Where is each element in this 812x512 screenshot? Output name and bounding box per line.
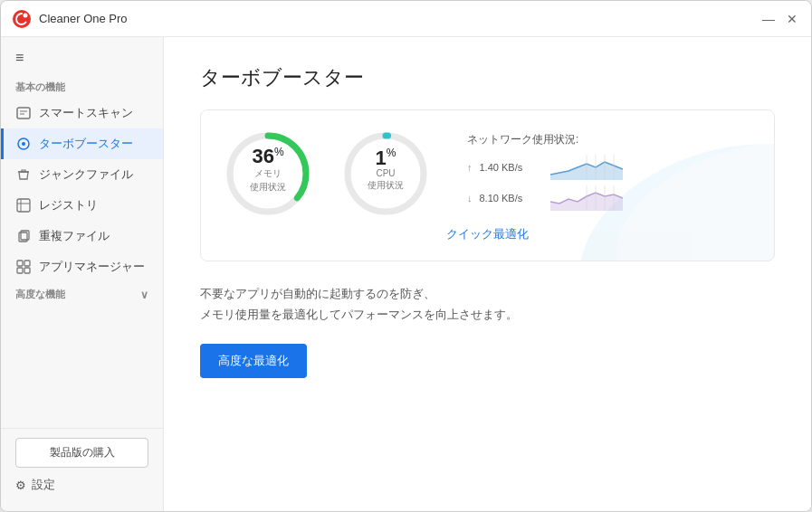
sidebar-item-duplicate-files[interactable]: 重複ファイル (1, 221, 163, 251)
smart-scan-icon (15, 105, 32, 121)
page-title: ターボブースター (200, 64, 775, 91)
cpu-gauge: 1% CPU 使用状況 (340, 128, 431, 219)
app-title: Cleaner One Pro (39, 12, 760, 25)
window-controls: — ✕ (760, 11, 800, 27)
sidebar: ≡ 基本の機能 スマートスキャン ターボブースター ジャンクファイル (1, 37, 164, 511)
memory-percent-value: 36% (250, 147, 286, 166)
svg-rect-16 (24, 268, 30, 273)
svg-rect-15 (17, 268, 23, 273)
main-panel: ターボブースター (164, 37, 811, 511)
settings-label: 設定 (32, 477, 55, 493)
description-text: 不要なアプリが自動的に起動するのを防ぎ、 メモリ使用量を最適化してパフォーマンス… (200, 283, 775, 326)
svg-point-1 (24, 13, 28, 17)
memory-label-line1: メモリ (250, 167, 286, 180)
sidebar-item-registry[interactable]: レジストリ (1, 190, 163, 221)
svg-point-6 (22, 142, 25, 146)
app-manager-icon (15, 259, 32, 275)
stats-row: 36% メモリ 使用状況 (223, 128, 752, 219)
chevron-down-icon: ∨ (140, 289, 148, 301)
settings-icon: ⚙ (15, 479, 26, 492)
upload-row: ↑ 1.40 KB/s (467, 155, 623, 180)
download-arrow: ↓ (467, 193, 473, 204)
sidebar-item-junk-files[interactable]: ジャンクファイル (1, 159, 163, 190)
junk-files-icon (15, 166, 32, 183)
sidebar-item-smart-scan[interactable]: スマートスキャン (1, 98, 163, 128)
cpu-label-line2: 使用状況 (368, 180, 404, 193)
app-window: Cleaner One Pro — ✕ ≡ 基本の機能 スマートスキャン ターボ… (0, 0, 812, 512)
sidebar-item-app-manager[interactable]: アプリマネージャー (1, 251, 163, 282)
advanced-optimize-button[interactable]: 高度な最適化 (200, 344, 307, 378)
main-content: ≡ 基本の機能 スマートスキャン ターボブースター ジャンクファイル (1, 37, 811, 511)
memory-gauge: 36% メモリ 使用状況 (223, 128, 313, 219)
svg-rect-13 (17, 261, 23, 266)
advanced-section[interactable]: 高度な機能 ∨ (1, 282, 163, 305)
registry-label: レジストリ (39, 197, 98, 213)
sidebar-footer: 製品版の購入 ⚙ 設定 (1, 428, 163, 504)
cpu-percent-text: 1% CPU 使用状況 (368, 147, 404, 192)
svg-rect-8 (17, 199, 30, 212)
app-manager-label: アプリマネージャー (39, 259, 145, 275)
memory-percent-text: 36% メモリ 使用状況 (250, 147, 286, 194)
stats-inner: 36% メモリ 使用状況 (223, 128, 752, 242)
duplicate-files-icon (15, 228, 32, 244)
app-logo (12, 9, 32, 29)
junk-files-label: ジャンクファイル (39, 166, 133, 183)
basic-section-label: 基本の機能 (1, 75, 163, 98)
smart-scan-label: スマートスキャン (39, 105, 133, 121)
titlebar: Cleaner One Pro — ✕ (1, 1, 811, 37)
network-title: ネットワーク使用状況: (467, 132, 623, 147)
download-row: ↓ 8.10 KB/s (467, 185, 623, 211)
quick-optimize-link[interactable]: クイック最適化 (223, 226, 752, 242)
duplicate-files-label: 重複ファイル (39, 228, 110, 244)
upload-chart (550, 155, 623, 180)
cpu-label-line1: CPU (368, 169, 404, 179)
advanced-section-label: 高度な機能 (15, 288, 65, 301)
minimize-button[interactable]: — (760, 11, 777, 27)
turbo-booster-label: ターボブースター (39, 136, 133, 152)
download-chart (550, 185, 623, 211)
hamburger-menu[interactable]: ≡ (1, 44, 163, 75)
description-line2: メモリ使用量を最適化してパフォーマンスを向上させます。 (200, 304, 775, 325)
network-section: ネットワーク使用状況: ↑ 1.40 KB/s (467, 132, 623, 216)
stats-card: 36% メモリ 使用状況 (200, 109, 775, 261)
registry-icon (15, 197, 32, 213)
purchase-button[interactable]: 製品版の購入 (15, 438, 148, 468)
turbo-booster-icon (15, 136, 32, 152)
upload-speed: 1.40 KB/s (480, 162, 543, 173)
memory-label-line2: 使用状況 (250, 181, 286, 194)
description-line1: 不要なアプリが自動的に起動するのを防ぎ、 (200, 283, 775, 304)
close-button[interactable]: ✕ (784, 11, 800, 27)
download-speed: 8.10 KB/s (480, 193, 543, 204)
upload-arrow: ↑ (467, 162, 473, 173)
svg-rect-14 (24, 261, 30, 266)
settings-item[interactable]: ⚙ 設定 (15, 475, 148, 495)
cpu-percent-value: 1% (368, 147, 404, 167)
sidebar-item-turbo-booster[interactable]: ターボブースター (1, 128, 163, 159)
svg-rect-2 (17, 108, 30, 119)
